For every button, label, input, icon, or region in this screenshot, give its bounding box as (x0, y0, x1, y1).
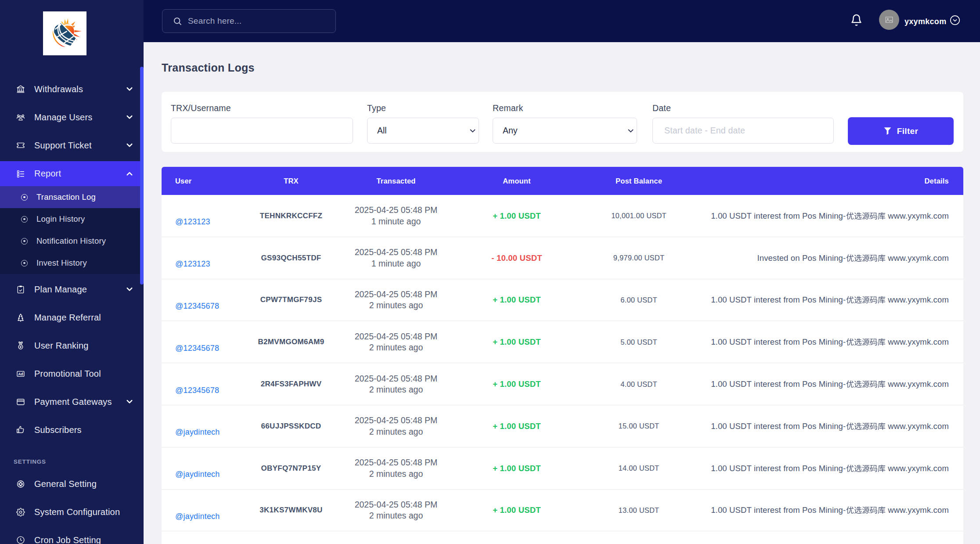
svg-text:Ad: Ad (18, 371, 23, 376)
